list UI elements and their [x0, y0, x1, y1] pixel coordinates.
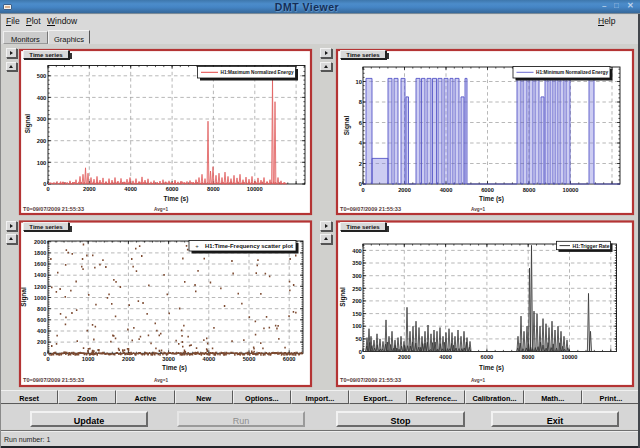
svg-text:Avg=1: Avg=1: [154, 206, 169, 212]
svg-text:4000: 4000: [439, 354, 452, 360]
svg-text:Signal: Signal: [343, 116, 351, 136]
svg-text:4000: 4000: [202, 356, 215, 362]
svg-text:6000: 6000: [481, 187, 494, 193]
svg-text:1600: 1600: [34, 261, 46, 267]
svg-text:Signal: Signal: [339, 287, 347, 307]
svg-text:200: 200: [37, 339, 46, 345]
svg-text:6000: 6000: [481, 354, 494, 360]
svg-text:1000: 1000: [82, 356, 95, 362]
svg-text:Signal: Signal: [20, 287, 28, 307]
svg-text:H1:Trigger Rate: H1:Trigger Rate: [573, 243, 610, 249]
svg-text:10000: 10000: [247, 186, 263, 192]
svg-text:250: 250: [352, 286, 362, 292]
svg-text:400: 400: [37, 328, 46, 334]
svg-text:2000: 2000: [398, 354, 411, 360]
svg-text:+: +: [195, 243, 199, 249]
svg-text:2000: 2000: [398, 187, 411, 193]
svg-text:0: 0: [361, 354, 364, 360]
svg-text:400: 400: [37, 95, 47, 101]
svg-text:Time (s): Time (s): [162, 364, 187, 372]
svg-text:2000: 2000: [122, 356, 135, 362]
svg-text:400: 400: [352, 248, 362, 254]
svg-text:T0=09/07/2009 21:55:33: T0=09/07/2009 21:55:33: [340, 377, 402, 383]
svg-text:3000: 3000: [162, 356, 175, 362]
svg-text:0: 0: [46, 356, 49, 362]
svg-text:500: 500: [37, 73, 47, 79]
svg-text:Time (s): Time (s): [479, 195, 504, 203]
svg-text:350: 350: [352, 260, 362, 266]
svg-text:10: 10: [355, 79, 361, 85]
svg-text:H1:Maximum Normalized Energy: H1:Maximum Normalized Energy: [221, 69, 294, 75]
svg-text:800: 800: [37, 306, 46, 312]
svg-text:0: 0: [361, 187, 364, 193]
svg-text:4000: 4000: [440, 187, 453, 193]
svg-text:300: 300: [352, 273, 362, 279]
svg-text:600: 600: [37, 317, 46, 323]
svg-text:H1:Time-Frequency scatter plot: H1:Time-Frequency scatter plot: [205, 243, 293, 249]
svg-text:1800: 1800: [34, 250, 46, 256]
svg-text:5000: 5000: [243, 356, 256, 362]
svg-text:Time (s): Time (s): [164, 195, 189, 203]
svg-text:Avg=1: Avg=1: [471, 206, 486, 212]
svg-text:6000: 6000: [166, 186, 179, 192]
svg-text:10000: 10000: [562, 354, 578, 360]
svg-text:8: 8: [359, 99, 362, 105]
svg-text:2000: 2000: [34, 239, 46, 245]
svg-text:0: 0: [46, 186, 49, 192]
svg-text:6: 6: [359, 120, 362, 126]
svg-text:200: 200: [352, 298, 362, 304]
svg-text:10000: 10000: [563, 187, 579, 193]
svg-text:200: 200: [37, 138, 47, 144]
svg-text:8000: 8000: [207, 186, 220, 192]
svg-text:T0=09/07/2009 21:55:33: T0=09/07/2009 21:55:33: [23, 377, 85, 383]
svg-text:H1:Minimum Normalized Energy: H1:Minimum Normalized Energy: [536, 69, 608, 75]
svg-text:1000: 1000: [34, 295, 46, 301]
svg-text:Signal: Signal: [25, 114, 33, 134]
svg-text:Avg=1: Avg=1: [471, 377, 486, 383]
svg-text:T0=09/07/2009 21:55:33: T0=09/07/2009 21:55:33: [23, 206, 85, 212]
svg-text:2000: 2000: [83, 186, 96, 192]
svg-text:Avg=1: Avg=1: [154, 377, 169, 383]
svg-text:150: 150: [352, 311, 362, 317]
svg-text:100: 100: [352, 323, 362, 329]
svg-text:50: 50: [355, 336, 361, 342]
svg-text:8000: 8000: [523, 187, 536, 193]
svg-text:4000: 4000: [124, 186, 137, 192]
svg-text:100: 100: [37, 160, 47, 166]
svg-text:2: 2: [359, 161, 362, 167]
svg-text:8000: 8000: [522, 354, 535, 360]
svg-text:Time (s): Time (s): [479, 364, 504, 372]
svg-text:300: 300: [37, 116, 47, 122]
svg-text:1400: 1400: [34, 272, 46, 278]
svg-text:6000: 6000: [283, 356, 296, 362]
svg-text:1200: 1200: [34, 284, 46, 290]
svg-text:T0=09/07/2009 21:55:33: T0=09/07/2009 21:55:33: [340, 206, 402, 212]
